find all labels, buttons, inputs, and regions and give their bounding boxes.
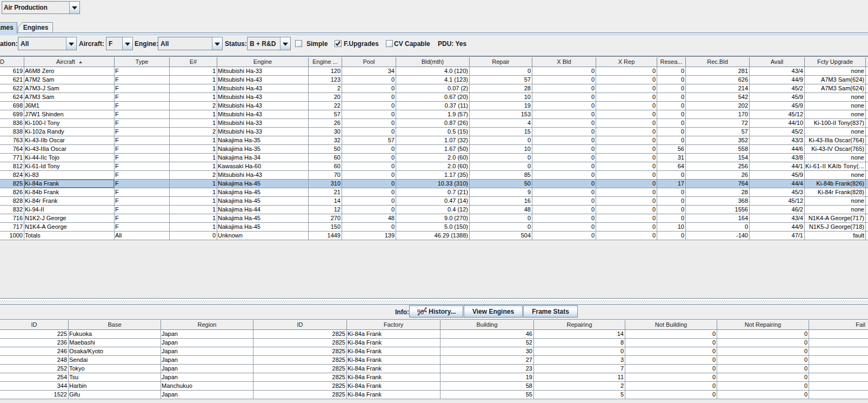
svg-text:Engines: Engines xyxy=(23,24,49,31)
